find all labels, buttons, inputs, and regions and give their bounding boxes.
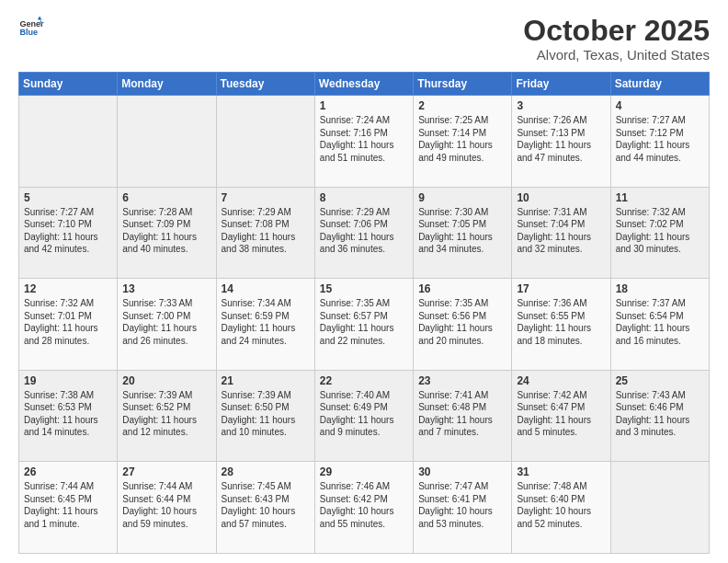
day-cell: 11Sunrise: 7:32 AM Sunset: 7:02 PM Dayli… <box>610 187 709 279</box>
col-thursday: Thursday <box>414 73 512 96</box>
day-cell <box>118 96 216 188</box>
day-info: Sunrise: 7:41 AM Sunset: 6:48 PM Dayligh… <box>418 389 506 439</box>
day-number: 28 <box>222 465 310 478</box>
day-number: 16 <box>418 282 506 295</box>
day-cell: 20Sunrise: 7:39 AM Sunset: 6:52 PM Dayli… <box>118 370 216 462</box>
day-info: Sunrise: 7:29 AM Sunset: 7:06 PM Dayligh… <box>320 206 408 256</box>
header-row: Sunday Monday Tuesday Wednesday Thursday… <box>19 73 710 96</box>
day-cell: 31Sunrise: 7:48 AM Sunset: 6:40 PM Dayli… <box>512 462 610 554</box>
week-row-1: 1Sunrise: 7:24 AM Sunset: 7:16 PM Daylig… <box>19 96 710 188</box>
day-info: Sunrise: 7:25 AM Sunset: 7:14 PM Dayligh… <box>418 114 506 164</box>
day-number: 9 <box>418 191 506 204</box>
day-info: Sunrise: 7:46 AM Sunset: 6:42 PM Dayligh… <box>320 480 408 530</box>
col-monday: Monday <box>118 73 216 96</box>
calendar-header: Sunday Monday Tuesday Wednesday Thursday… <box>19 73 710 96</box>
week-row-3: 12Sunrise: 7:32 AM Sunset: 7:01 PM Dayli… <box>19 279 710 371</box>
day-info: Sunrise: 7:34 AM Sunset: 6:59 PM Dayligh… <box>222 297 310 347</box>
day-number: 7 <box>222 191 310 204</box>
svg-marker-2 <box>38 16 41 19</box>
day-info: Sunrise: 7:30 AM Sunset: 7:05 PM Dayligh… <box>418 206 506 256</box>
col-wednesday: Wednesday <box>314 73 413 96</box>
day-cell: 15Sunrise: 7:35 AM Sunset: 6:57 PM Dayli… <box>314 279 413 371</box>
day-info: Sunrise: 7:27 AM Sunset: 7:12 PM Dayligh… <box>616 114 704 164</box>
day-info: Sunrise: 7:24 AM Sunset: 7:16 PM Dayligh… <box>320 114 408 164</box>
day-cell: 10Sunrise: 7:31 AM Sunset: 7:04 PM Dayli… <box>512 187 610 279</box>
day-cell: 6Sunrise: 7:28 AM Sunset: 7:09 PM Daylig… <box>118 187 216 279</box>
day-number: 12 <box>24 282 112 295</box>
day-cell: 13Sunrise: 7:33 AM Sunset: 7:00 PM Dayli… <box>118 279 216 371</box>
day-number: 26 <box>24 465 112 478</box>
day-info: Sunrise: 7:44 AM Sunset: 6:45 PM Dayligh… <box>24 480 112 530</box>
day-info: Sunrise: 7:39 AM Sunset: 6:50 PM Dayligh… <box>222 389 310 439</box>
title-block: October 2025 Alvord, Texas, United State… <box>523 15 710 63</box>
day-number: 27 <box>122 465 210 478</box>
day-info: Sunrise: 7:38 AM Sunset: 6:53 PM Dayligh… <box>24 389 112 439</box>
day-number: 8 <box>320 191 408 204</box>
day-cell: 19Sunrise: 7:38 AM Sunset: 6:53 PM Dayli… <box>19 370 118 462</box>
page: General Blue October 2025 Alvord, Texas,… <box>0 0 728 563</box>
day-cell: 4Sunrise: 7:27 AM Sunset: 7:12 PM Daylig… <box>610 96 709 188</box>
day-cell: 14Sunrise: 7:34 AM Sunset: 6:59 PM Dayli… <box>216 279 314 371</box>
day-info: Sunrise: 7:37 AM Sunset: 6:54 PM Dayligh… <box>616 297 704 347</box>
day-number: 15 <box>320 282 408 295</box>
day-number: 2 <box>418 99 506 112</box>
day-number: 14 <box>222 282 310 295</box>
day-cell: 8Sunrise: 7:29 AM Sunset: 7:06 PM Daylig… <box>314 187 413 279</box>
day-cell: 30Sunrise: 7:47 AM Sunset: 6:41 PM Dayli… <box>414 462 512 554</box>
day-cell <box>19 96 118 188</box>
day-cell: 24Sunrise: 7:42 AM Sunset: 6:47 PM Dayli… <box>512 370 610 462</box>
day-info: Sunrise: 7:39 AM Sunset: 6:52 PM Dayligh… <box>122 389 210 439</box>
month-title: October 2025 <box>523 15 710 47</box>
day-info: Sunrise: 7:44 AM Sunset: 6:44 PM Dayligh… <box>122 480 210 530</box>
day-cell: 23Sunrise: 7:41 AM Sunset: 6:48 PM Dayli… <box>414 370 512 462</box>
day-info: Sunrise: 7:31 AM Sunset: 7:04 PM Dayligh… <box>517 206 605 256</box>
day-info: Sunrise: 7:48 AM Sunset: 6:40 PM Dayligh… <box>517 480 605 530</box>
week-row-4: 19Sunrise: 7:38 AM Sunset: 6:53 PM Dayli… <box>19 370 710 462</box>
day-number: 3 <box>517 99 605 112</box>
day-info: Sunrise: 7:47 AM Sunset: 6:41 PM Dayligh… <box>418 480 506 530</box>
day-cell: 21Sunrise: 7:39 AM Sunset: 6:50 PM Dayli… <box>216 370 314 462</box>
day-number: 4 <box>616 99 704 112</box>
day-cell: 5Sunrise: 7:27 AM Sunset: 7:10 PM Daylig… <box>19 187 118 279</box>
day-cell: 16Sunrise: 7:35 AM Sunset: 6:56 PM Dayli… <box>414 279 512 371</box>
day-number: 31 <box>517 465 605 478</box>
day-info: Sunrise: 7:28 AM Sunset: 7:09 PM Dayligh… <box>122 206 210 256</box>
day-number: 29 <box>320 465 408 478</box>
day-info: Sunrise: 7:42 AM Sunset: 6:47 PM Dayligh… <box>517 389 605 439</box>
day-cell: 3Sunrise: 7:26 AM Sunset: 7:13 PM Daylig… <box>512 96 610 188</box>
day-cell: 17Sunrise: 7:36 AM Sunset: 6:55 PM Dayli… <box>512 279 610 371</box>
col-saturday: Saturday <box>610 73 709 96</box>
day-info: Sunrise: 7:32 AM Sunset: 7:02 PM Dayligh… <box>616 206 704 256</box>
day-cell: 1Sunrise: 7:24 AM Sunset: 7:16 PM Daylig… <box>314 96 413 188</box>
day-number: 18 <box>616 282 704 295</box>
day-info: Sunrise: 7:26 AM Sunset: 7:13 PM Dayligh… <box>517 114 605 164</box>
day-info: Sunrise: 7:33 AM Sunset: 7:00 PM Dayligh… <box>122 297 210 347</box>
col-sunday: Sunday <box>19 73 118 96</box>
header: General Blue October 2025 Alvord, Texas,… <box>18 15 710 63</box>
day-info: Sunrise: 7:36 AM Sunset: 6:55 PM Dayligh… <box>517 297 605 347</box>
day-number: 23 <box>418 374 506 387</box>
week-row-5: 26Sunrise: 7:44 AM Sunset: 6:45 PM Dayli… <box>19 462 710 554</box>
svg-text:Blue: Blue <box>19 28 38 37</box>
day-number: 5 <box>24 191 112 204</box>
col-friday: Friday <box>512 73 610 96</box>
calendar-table: Sunday Monday Tuesday Wednesday Thursday… <box>18 72 710 554</box>
day-info: Sunrise: 7:35 AM Sunset: 6:57 PM Dayligh… <box>320 297 408 347</box>
calendar-body: 1Sunrise: 7:24 AM Sunset: 7:16 PM Daylig… <box>19 96 710 554</box>
day-cell <box>610 462 709 554</box>
day-number: 11 <box>616 191 704 204</box>
day-cell <box>216 96 314 188</box>
day-cell: 28Sunrise: 7:45 AM Sunset: 6:43 PM Dayli… <box>216 462 314 554</box>
day-number: 17 <box>517 282 605 295</box>
day-cell: 12Sunrise: 7:32 AM Sunset: 7:01 PM Dayli… <box>19 279 118 371</box>
day-cell: 2Sunrise: 7:25 AM Sunset: 7:14 PM Daylig… <box>414 96 512 188</box>
day-number: 6 <box>122 191 210 204</box>
day-info: Sunrise: 7:40 AM Sunset: 6:49 PM Dayligh… <box>320 389 408 439</box>
day-number: 30 <box>418 465 506 478</box>
day-number: 22 <box>320 374 408 387</box>
day-cell: 27Sunrise: 7:44 AM Sunset: 6:44 PM Dayli… <box>118 462 216 554</box>
day-info: Sunrise: 7:43 AM Sunset: 6:46 PM Dayligh… <box>616 389 704 439</box>
location: Alvord, Texas, United States <box>523 47 710 63</box>
day-cell: 25Sunrise: 7:43 AM Sunset: 6:46 PM Dayli… <box>610 370 709 462</box>
day-cell: 18Sunrise: 7:37 AM Sunset: 6:54 PM Dayli… <box>610 279 709 371</box>
